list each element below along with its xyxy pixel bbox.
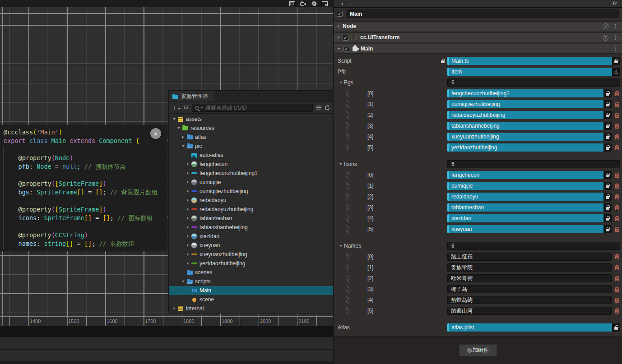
tab-assets[interactable]: 资源管理器 <box>169 91 214 101</box>
drag-handle[interactable] <box>346 296 349 304</box>
help-icon[interactable]: ? <box>603 23 608 29</box>
component-enabled-checkbox[interactable]: ✓ <box>343 35 348 41</box>
tree-item-Main[interactable]: TSMain <box>169 286 333 295</box>
array-size-field[interactable]: 6 <box>447 160 620 168</box>
node-name-field[interactable]: Main <box>346 9 619 18</box>
string-value-field[interactable]: 欧米奇街 <box>447 274 612 282</box>
tree-item-xueyuanzhutibeijing[interactable]: xueyuanzhutibeijing <box>169 250 333 259</box>
tree-item-scripts[interactable]: scripts <box>169 277 333 286</box>
asset-lock-icon[interactable] <box>603 122 612 130</box>
chevron-right-icon[interactable] <box>185 172 190 175</box>
component-header-node[interactable]: Node?⋮ <box>334 21 622 31</box>
array-size-field[interactable]: 6 <box>447 242 620 250</box>
asset-reference-field[interactable]: tabianheshan <box>447 203 612 212</box>
chevron-down-icon[interactable] <box>338 82 344 83</box>
tree-item-scenes[interactable]: scenes <box>169 268 333 277</box>
chevron-right-icon[interactable] <box>185 235 190 238</box>
asset-lock-icon[interactable] <box>603 100 612 108</box>
back-icon[interactable]: ‹ <box>339 0 346 7</box>
add-asset-icon[interactable]: ＋ <box>172 105 181 111</box>
chevron-right-icon[interactable] <box>185 226 190 229</box>
drag-handle[interactable] <box>346 193 349 200</box>
search-input[interactable] <box>205 105 310 111</box>
asset-lock-icon[interactable] <box>603 182 612 190</box>
help-icon[interactable]: ? <box>603 35 608 41</box>
asset-lock-icon[interactable] <box>603 133 612 141</box>
delete-item-icon[interactable] <box>614 134 620 140</box>
asset-reference-field[interactable]: tabianshanhebeijing <box>447 122 612 130</box>
delete-item-icon[interactable] <box>614 112 620 119</box>
tree-item-oumiqijie[interactable]: oumiqijie <box>169 178 333 187</box>
component-header-main[interactable]: ✓Main⋮ <box>334 44 622 54</box>
drag-handle[interactable] <box>346 182 349 189</box>
array-size-field[interactable]: 6 <box>447 78 620 87</box>
drag-handle[interactable] <box>346 286 349 293</box>
camera-icon[interactable] <box>300 1 306 6</box>
asset-reference-field[interactable]: fengchecun <box>447 171 612 179</box>
drag-handle[interactable] <box>346 215 349 222</box>
chevron-right-icon[interactable] <box>185 244 190 247</box>
asset-reference-field[interactable]: xiezidao <box>447 214 612 222</box>
chevron-right-icon[interactable] <box>185 181 190 184</box>
tree-item-redaidaoyu[interactable]: redaidaoyu <box>169 196 333 205</box>
chevron-right-icon[interactable] <box>185 208 190 211</box>
chevron-right-icon[interactable] <box>185 199 190 202</box>
chevron-right-icon[interactable] <box>185 217 190 220</box>
asset-lock-icon[interactable] <box>603 225 612 233</box>
drag-handle[interactable] <box>346 204 349 211</box>
delete-item-icon[interactable] <box>614 90 620 97</box>
asset-lock-icon[interactable] <box>612 323 620 332</box>
prefab-type-icon[interactable]: △ <box>612 68 620 76</box>
forward-icon[interactable]: › <box>346 0 354 7</box>
delete-item-icon[interactable] <box>614 194 620 200</box>
tree-item-atlas[interactable]: atlas <box>169 133 333 142</box>
drag-handle[interactable] <box>346 275 349 282</box>
drag-handle[interactable] <box>346 253 349 260</box>
asset-reference-field[interactable]: Main.ts <box>447 57 620 65</box>
tree-item-fengchecun[interactable]: fengchecun <box>169 160 333 169</box>
asset-reference-field[interactable]: oumiqijie <box>447 182 612 190</box>
asset-lock-icon[interactable] <box>603 203 612 212</box>
asset-reference-field[interactable]: redaidaoyu <box>447 193 612 201</box>
tree-item-assets[interactable]: assets <box>169 115 333 124</box>
tree-item-tabianshanhebeijing[interactable]: tabianshanhebeijing <box>169 223 333 232</box>
drag-handle[interactable] <box>346 122 349 129</box>
delete-item-icon[interactable] <box>614 183 620 189</box>
node-active-checkbox[interactable]: ✓ <box>337 11 343 17</box>
tree-item-redaidaoyuzhutibeijing[interactable]: redaidaoyuzhutibeijing <box>169 205 333 214</box>
delete-item-icon[interactable] <box>614 286 620 293</box>
delete-item-icon[interactable] <box>614 297 620 304</box>
drag-handle[interactable] <box>346 144 349 151</box>
string-value-field[interactable]: 踏遍山河 <box>447 307 612 315</box>
kebab-menu-icon[interactable]: ⋮ <box>613 34 618 41</box>
tree-item-internal[interactable]: internal <box>169 304 333 313</box>
asset-reference-field[interactable]: oumiqijiezhutibeijing <box>447 100 612 108</box>
gear-icon[interactable] <box>311 1 317 6</box>
delete-item-icon[interactable] <box>614 308 620 314</box>
delete-item-icon[interactable] <box>614 253 620 260</box>
aspect-ratio-icon[interactable] <box>289 1 295 6</box>
tree-item-resources[interactable]: resources <box>169 124 333 133</box>
tree-item-xiezidao[interactable]: xiezidao <box>169 232 333 241</box>
drag-handle[interactable] <box>346 111 349 119</box>
delete-item-icon[interactable] <box>614 172 620 179</box>
kebab-menu-icon[interactable]: ⋮ <box>613 23 618 29</box>
tree-item-auto-atlas[interactable]: auto-atlas <box>169 151 333 160</box>
chevron-down-icon[interactable] <box>338 48 340 50</box>
asset-reference-field[interactable]: xueyuanzhutibeijing <box>447 133 612 141</box>
pin-icon[interactable] <box>612 0 617 7</box>
delete-item-icon[interactable] <box>614 275 620 282</box>
string-value-field[interactable]: 热带岛屿 <box>447 296 612 304</box>
delete-item-icon[interactable] <box>614 204 620 211</box>
string-value-field[interactable]: 踏上征程 <box>447 253 612 261</box>
asset-lock-icon[interactable] <box>603 89 612 97</box>
asset-lock-icon[interactable] <box>612 57 620 65</box>
drag-handle[interactable] <box>346 171 349 179</box>
tree-item-fengchecunzhutibeijing1[interactable]: fengchecunzhutibeijing1 <box>169 169 333 178</box>
drag-handle[interactable] <box>346 101 349 108</box>
delete-item-icon[interactable] <box>614 101 620 108</box>
add-component-button[interactable]: 添加组件 <box>459 344 497 356</box>
asset-lock-icon[interactable] <box>603 143 612 152</box>
asset-reference-field[interactable]: atlas.plist <box>447 323 620 332</box>
drag-handle[interactable] <box>346 307 349 314</box>
